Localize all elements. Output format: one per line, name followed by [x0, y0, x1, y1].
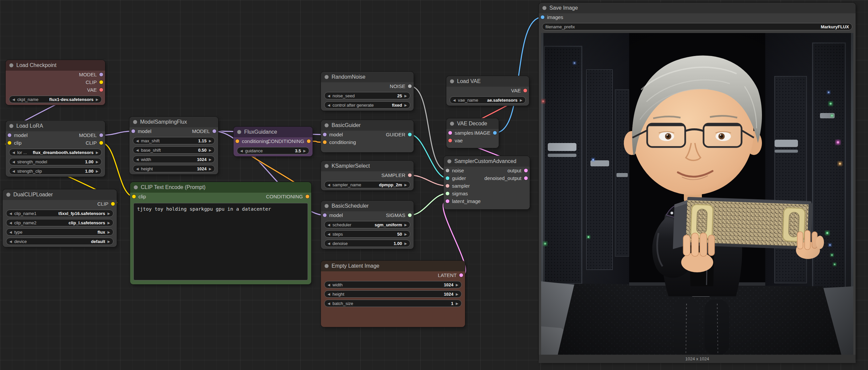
node-titlebar-clip_text_encode[interactable]: CLIP Text Encode (Prompt): [130, 182, 311, 193]
conditioning-port-icon[interactable]: [307, 139, 311, 143]
conditioning-port-icon[interactable]: [236, 139, 239, 143]
model_sampling_flux-max-shift-widget[interactable]: ◀max_shift1.15▶: [133, 137, 215, 144]
clip-port-icon[interactable]: [132, 195, 136, 198]
node-titlebar-load_lora[interactable]: Load LoRA: [6, 121, 105, 131]
node-load_checkpoint[interactable]: Load CheckpointMODELCLIPVAE◀ckpt_nameflu…: [6, 60, 105, 105]
collapse-dot-icon[interactable]: [542, 6, 547, 10]
combo-right-arrow-icon[interactable]: ▶: [456, 302, 458, 305]
random_noise-noise-seed-widget[interactable]: ◀noise_seed25▶: [324, 92, 410, 99]
link-wire-sigmas[interactable]: [410, 194, 447, 215]
combo-right-arrow-icon[interactable]: ▶: [96, 169, 98, 173]
collapse-dot-icon[interactable]: [450, 122, 454, 126]
combo-right-arrow-icon[interactable]: ▶: [404, 183, 407, 187]
collapse-dot-icon[interactable]: [9, 124, 13, 128]
node-titlebar-basic_scheduler[interactable]: BasicScheduler: [321, 201, 414, 211]
sampler_custom_advanced-input-sigmas-port[interactable]: sigmas: [446, 190, 468, 197]
combo-left-arrow-icon[interactable]: ◀: [328, 94, 330, 98]
combo-left-arrow-icon[interactable]: ◀: [328, 223, 330, 227]
dual_clip_loader-clip-name1-widget[interactable]: ◀clip_name1t5xxl_fp16.safetensors▶: [6, 210, 114, 217]
node-ksampler_select[interactable]: KSamplerSelectSAMPLER◀sampler_namedpmpp_…: [321, 161, 414, 190]
combo-right-arrow-icon[interactable]: ▶: [456, 292, 458, 296]
guider-port-icon[interactable]: [446, 176, 450, 180]
vae_decode-output-IMAGE-port[interactable]: IMAGE: [474, 129, 497, 137]
link-wire-clip[interactable]: [101, 143, 134, 197]
combo-right-arrow-icon[interactable]: ▶: [404, 94, 407, 98]
load_lora-output-MODEL-port[interactable]: MODEL: [79, 131, 103, 139]
empty_latent_image-batch-size-widget[interactable]: ◀batch_size1▶: [324, 300, 462, 307]
combo-left-arrow-icon[interactable]: ◀: [328, 302, 330, 305]
basic_scheduler-steps-widget[interactable]: ◀steps50▶: [324, 230, 410, 238]
prompt-textarea[interactable]: tjtoy toy holding sparkgpu gpu in a data…: [133, 203, 308, 280]
save_image-filename-prefix-widget[interactable]: filename_prefixMarkuryFLUX: [542, 23, 852, 30]
combo-right-arrow-icon[interactable]: ▶: [303, 149, 306, 153]
combo-right-arrow-icon[interactable]: ▶: [107, 221, 110, 225]
sampler-port-icon[interactable]: [446, 184, 450, 188]
flux_guidance-guidance-widget[interactable]: ◀guidance3.5▶: [237, 147, 309, 154]
node-vae_decode[interactable]: VAE DecodesamplesIMAGEvae: [446, 118, 499, 148]
model_sampling_flux-base-shift-widget[interactable]: ◀base_shift0.50▶: [133, 146, 215, 154]
combo-left-arrow-icon[interactable]: ◀: [328, 232, 330, 236]
dual_clip_loader-device-widget[interactable]: ◀devicedefault▶: [6, 238, 114, 245]
model-port-icon[interactable]: [99, 73, 103, 76]
node-titlebar-load_checkpoint[interactable]: Load Checkpoint: [6, 60, 105, 71]
basic_guider-input-conditioning-port[interactable]: conditioning: [323, 138, 356, 146]
collapse-dot-icon[interactable]: [450, 79, 454, 83]
image-port-icon[interactable]: [541, 15, 545, 19]
load_lora-strength-model-widget[interactable]: ◀strength_model1.00▶: [9, 158, 102, 165]
load_checkpoint-output-VAE-port[interactable]: VAE: [87, 86, 103, 94]
collapse-dot-icon[interactable]: [134, 185, 138, 189]
latent-port-icon[interactable]: [459, 273, 463, 277]
clip-port-icon[interactable]: [99, 141, 103, 145]
link-wire-model[interactable]: [101, 131, 133, 135]
node-titlebar-model_sampling_flux[interactable]: ModelSamplingFlux: [129, 117, 218, 127]
link-wire-image[interactable]: [495, 17, 542, 133]
model_sampling_flux-height-widget[interactable]: ◀height1024▶: [133, 165, 215, 172]
node-basic_guider[interactable]: BasicGuidermodelGUIDERconditioning: [321, 120, 414, 152]
model_sampling_flux-width-widget[interactable]: ◀width1024▶: [133, 156, 215, 163]
load_checkpoint-output-MODEL-port[interactable]: MODEL: [79, 71, 103, 78]
combo-right-arrow-icon[interactable]: ▶: [96, 98, 98, 101]
flux_guidance-input-conditioning-port[interactable]: conditioning: [236, 137, 269, 145]
latent-port-icon[interactable]: [524, 169, 528, 172]
model-port-icon[interactable]: [323, 213, 327, 217]
sampler_custom_advanced-input-latent_image-port[interactable]: latent_image: [446, 197, 481, 205]
combo-right-arrow-icon[interactable]: ▶: [404, 223, 407, 227]
node-titlebar-load_vae[interactable]: Load VAE: [446, 76, 529, 87]
combo-left-arrow-icon[interactable]: ◀: [12, 169, 15, 173]
collapse-dot-icon[interactable]: [133, 120, 137, 124]
load_vae-vae-name-widget[interactable]: ◀vae_nameae.safetensors▶: [450, 96, 526, 104]
graph-canvas[interactable]: Load CheckpointMODELCLIPVAE◀ckpt_nameflu…: [0, 0, 868, 370]
link-wire-guider[interactable]: [410, 135, 447, 178]
combo-right-arrow-icon[interactable]: ▶: [209, 148, 212, 152]
node-titlebar-basic_guider[interactable]: BasicGuider: [321, 120, 414, 131]
guider-port-icon[interactable]: [408, 133, 412, 136]
noise-port-icon[interactable]: [446, 169, 450, 172]
sampler_custom_advanced-input-noise-port[interactable]: noise: [446, 167, 464, 174]
latent-port-icon[interactable]: [448, 131, 452, 135]
random_noise-output-NOISE-port[interactable]: NOISE: [390, 82, 412, 90]
combo-left-arrow-icon[interactable]: ◀: [136, 158, 139, 161]
sampler_custom_advanced-output-denoised_output-port[interactable]: denoised_output: [484, 174, 528, 182]
sigmas-port-icon[interactable]: [408, 213, 412, 217]
conditioning-port-icon[interactable]: [306, 195, 309, 198]
load_vae-output-VAE-port[interactable]: VAE: [511, 87, 527, 94]
clip-port-icon[interactable]: [99, 80, 103, 84]
sampler_custom_advanced-input-sampler-port[interactable]: sampler: [446, 182, 470, 190]
combo-right-arrow-icon[interactable]: ▶: [107, 240, 110, 243]
combo-left-arrow-icon[interactable]: ◀: [12, 160, 15, 164]
vae-port-icon[interactable]: [448, 139, 452, 142]
image-port-icon[interactable]: [493, 131, 497, 135]
model-port-icon[interactable]: [323, 133, 327, 136]
model-port-icon[interactable]: [213, 129, 216, 133]
ksampler_select-output-SAMPLER-port[interactable]: SAMPLER: [381, 171, 412, 179]
collapse-dot-icon[interactable]: [324, 164, 329, 168]
combo-right-arrow-icon[interactable]: ▶: [404, 103, 407, 107]
model-port-icon[interactable]: [131, 129, 135, 133]
load_checkpoint-output-CLIP-port[interactable]: CLIP: [86, 78, 103, 86]
latent-port-icon[interactable]: [524, 176, 528, 180]
empty_latent_image-height-widget[interactable]: ◀height1024▶: [324, 290, 462, 298]
vae_decode-input-samples-port[interactable]: samples: [448, 129, 473, 137]
combo-left-arrow-icon[interactable]: ◀: [136, 148, 139, 152]
combo-right-arrow-icon[interactable]: ▶: [107, 212, 110, 215]
basic_scheduler-scheduler-widget[interactable]: ◀schedulersgm_uniform▶: [324, 221, 410, 228]
